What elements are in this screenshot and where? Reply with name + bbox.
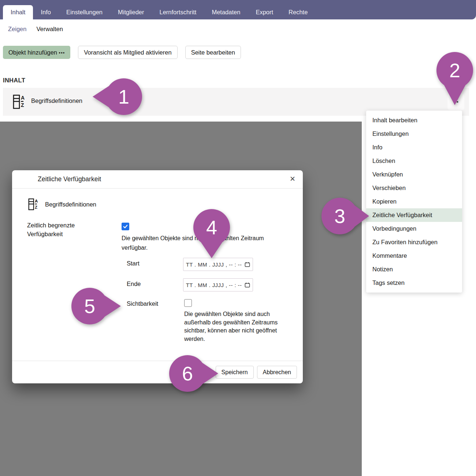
modal-footer: Speichern Abbrechen bbox=[12, 361, 303, 383]
availability-modal: Zeitliche Verfügbarkeit ✕ A Z Begriffsde… bbox=[12, 170, 303, 383]
svg-text:Z: Z bbox=[21, 102, 24, 108]
tab-inhalt[interactable]: Inhalt bbox=[3, 5, 33, 19]
menu-item-inhalt-bearbeiten[interactable]: Inhalt bearbeiten bbox=[366, 114, 462, 127]
tab-metadaten[interactable]: Metadaten bbox=[204, 5, 248, 19]
subtab-zeigen[interactable]: Zeigen bbox=[8, 26, 26, 33]
menu-item-zeitliche-verfügbarkeit[interactable]: Zeitliche Verfügbarkeit bbox=[366, 208, 462, 222]
svg-text:A: A bbox=[35, 199, 38, 203]
menu-item-kommentare[interactable]: Kommentare bbox=[366, 249, 462, 263]
end-label: Ende bbox=[127, 280, 141, 289]
secondary-tabs: Zeigen Verwalten bbox=[8, 26, 63, 33]
menu-item-verschieben[interactable]: Verschieben bbox=[366, 181, 462, 195]
modal-header: Zeitliche Verfügbarkeit ✕ bbox=[12, 170, 303, 189]
tab-rechte[interactable]: Rechte bbox=[281, 5, 315, 19]
edit-page-button[interactable]: Seite bearbeiten bbox=[185, 46, 241, 59]
content-item-link[interactable]: Begriffsdefinitionen bbox=[31, 97, 82, 104]
save-button[interactable]: Speichern bbox=[216, 366, 254, 379]
primary-tabs: InhaltInfoEinstellungenMitgliederLernfor… bbox=[0, 0, 476, 19]
svg-text:A: A bbox=[21, 95, 25, 101]
content-section-heading: INHALT bbox=[3, 77, 25, 84]
visibility-byline: Die gewählten Objekte sind auch außerhal… bbox=[184, 310, 284, 343]
tab-info[interactable]: Info bbox=[33, 5, 59, 19]
menu-item-tags-setzen[interactable]: Tags setzen bbox=[366, 276, 462, 290]
calendar-icon bbox=[245, 282, 250, 288]
menu-item-vorbedingungen[interactable]: Vorbedingungen bbox=[366, 222, 462, 235]
glossary-icon: A Z bbox=[13, 94, 25, 109]
item-actions-button[interactable]: ••• bbox=[447, 93, 464, 110]
tab-mitglieder[interactable]: Mitglieder bbox=[110, 5, 152, 19]
menu-item-verknüpfen[interactable]: Verknüpfen bbox=[366, 168, 462, 181]
calendar-icon bbox=[245, 262, 250, 267]
end-datetime-value: TT . MM . JJJJ , -- : -- bbox=[186, 282, 242, 288]
menu-item-einstellungen[interactable]: Einstellungen bbox=[366, 127, 462, 141]
modal-object-label: Begriffsdefinitionen bbox=[45, 201, 96, 208]
menu-item-notizen[interactable]: Notizen bbox=[366, 263, 462, 276]
tab-lernfortschritt[interactable]: Lernfortschritt bbox=[152, 5, 204, 19]
limited-availability-byline: Die gewählten Objekte sind nur im gewähl… bbox=[122, 234, 288, 253]
more-dots-icon: ••• bbox=[59, 50, 65, 56]
menu-item-zu-favoriten-hinzufügen[interactable]: Zu Favoriten hinzufügen bbox=[366, 235, 462, 249]
actions-dropdown-menu: Inhalt bearbeitenEinstellungenInfoLösche… bbox=[366, 111, 462, 293]
menu-item-löschen[interactable]: Löschen bbox=[366, 154, 462, 168]
svg-text:2: 2 bbox=[449, 59, 460, 81]
limited-availability-label: Zeitlich begrenzte Verfügbarkeit bbox=[27, 221, 102, 239]
start-label: Start bbox=[127, 259, 140, 268]
subtab-verwalten[interactable]: Verwalten bbox=[36, 26, 63, 33]
start-datetime-value: TT . MM . JJJJ , -- : -- bbox=[186, 261, 242, 268]
check-icon bbox=[123, 224, 128, 229]
add-object-button[interactable]: Objekt hinzufügen ••• bbox=[3, 46, 70, 59]
menu-item-info[interactable]: Info bbox=[366, 141, 462, 154]
primary-navbar: InhaltInfoEinstellungenMitgliederLernfor… bbox=[0, 0, 476, 19]
toolbar: Objekt hinzufügen ••• Voransicht als Mit… bbox=[3, 46, 241, 59]
limited-availability-checkbox[interactable] bbox=[122, 223, 129, 230]
modal-object-row: A Z Begriffsdefinitionen bbox=[28, 198, 96, 211]
close-icon[interactable]: ✕ bbox=[290, 175, 295, 183]
visibility-label: Sichtbarkeit bbox=[127, 300, 158, 308]
actions-menu-list: Inhalt bearbeitenEinstellungenInfoLösche… bbox=[366, 114, 462, 290]
visibility-checkbox[interactable] bbox=[184, 299, 192, 307]
modal-title: Zeitliche Verfügbarkeit bbox=[38, 175, 101, 183]
glossary-icon: A Z bbox=[28, 198, 38, 211]
course-content-page: InhaltInfoEinstellungenMitgliederLernfor… bbox=[0, 0, 476, 476]
preview-as-member-button[interactable]: Voransicht als Mitglied aktivieren bbox=[78, 46, 177, 59]
tab-export[interactable]: Export bbox=[248, 5, 281, 19]
add-object-label: Objekt hinzufügen bbox=[8, 49, 57, 56]
start-datetime-input[interactable]: TT . MM . JJJJ , -- : -- bbox=[183, 258, 253, 271]
end-datetime-input[interactable]: TT . MM . JJJJ , -- : -- bbox=[183, 278, 253, 291]
svg-text:Z: Z bbox=[35, 205, 37, 209]
menu-item-kopieren[interactable]: Kopieren bbox=[366, 195, 462, 208]
tab-einstellungen[interactable]: Einstellungen bbox=[59, 5, 110, 19]
cancel-button[interactable]: Abbrechen bbox=[257, 366, 297, 379]
